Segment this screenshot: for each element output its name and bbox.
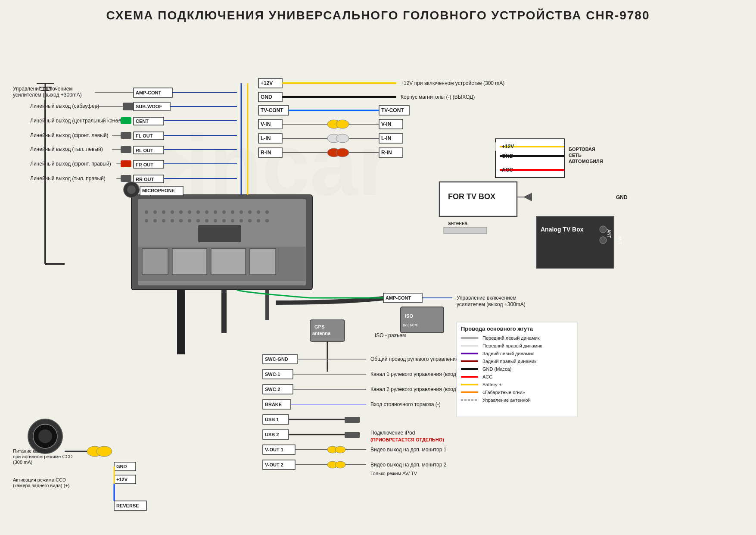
svg-point-77 [336,148,349,157]
svg-text:BRAKE: BRAKE [265,402,282,407]
svg-text:SUB-WOOF: SUB-WOOF [136,104,162,109]
svg-text:FR OUT: FR OUT [136,162,153,167]
svg-text:CENT: CENT [136,119,149,124]
svg-point-133 [240,219,243,222]
svg-text:USB 1: USB 1 [265,417,279,422]
svg-point-135 [257,219,260,222]
svg-point-134 [248,219,252,222]
svg-text:(ПРИОБРЕТАЕТСЯ ОТДЕЛЬНО): (ПРИОБРЕТАЕТСЯ ОТДЕЛЬНО) [370,437,444,442]
svg-point-61 [336,120,349,128]
svg-text:GND (Масса): GND (Масса) [482,366,511,372]
svg-text:Управление включением: Управление включением [457,295,516,301]
svg-rect-97 [444,227,487,234]
wiring-diagram: Управление включением усилителем (выход … [9,27,747,535]
svg-text:FL OUT: FL OUT [136,133,153,138]
svg-point-124 [162,219,165,222]
svg-point-108 [153,210,157,214]
svg-text:GND: GND [502,153,513,159]
svg-text:Задний правый динамик: Задний правый динамик [482,359,536,364]
svg-text:Канал 1 рулевого управления (в: Канал 1 рулевого управления (вход) [370,371,458,377]
svg-text:R-IN: R-IN [261,150,271,156]
svg-text:Корпус магнитолы (-) (ВЫХОД): Корпус магнитолы (-) (ВЫХОД) [401,94,475,100]
svg-text:Управление антенной: Управление антенной [482,397,531,403]
svg-text:Канал 2 рулевого управления (в: Канал 2 рулевого управления (вход) [370,386,458,392]
svg-text:USB 2: USB 2 [265,432,279,437]
svg-text:REVERSE: REVERSE [116,503,139,508]
svg-text:+12V: +12V [116,477,128,482]
svg-text:(300 mA): (300 mA) [13,460,32,465]
svg-rect-152 [401,307,444,333]
svg-text:Вход стояночного тормоза (-): Вход стояночного тормоза (-) [370,401,441,407]
svg-text:Подключение iPod: Подключение iPod [370,430,415,436]
svg-text:АВТОМОБИЛЯ: АВТОМОБИЛЯ [569,159,603,164]
svg-text:ACC: ACC [482,374,492,379]
svg-text:V-OUT 1: V-OUT 1 [265,447,283,452]
svg-text:GND: GND [116,464,127,469]
svg-text:RR OUT: RR OUT [136,177,154,182]
svg-point-119 [248,210,252,214]
svg-text:Общий провод рулевого управлен: Общий провод рулевого управления (-) [370,356,465,362]
svg-point-193 [335,461,345,468]
svg-point-110 [171,210,174,214]
page: СХЕМА ПОДКЛЮЧЕНИЯ УНИВЕРСАЛЬНОГО ГОЛОВНО… [0,0,756,535]
svg-text:Задний левый динамик: Задний левый динамик [482,351,534,356]
svg-text:+12V: +12V [261,80,273,86]
svg-text:SWC-1: SWC-1 [265,372,280,377]
svg-rect-139 [142,249,168,275]
svg-text:БОРТОВАЯ: БОРТОВАЯ [569,147,595,152]
svg-text:MICROPHONE: MICROPHONE [142,188,175,193]
svg-text:Analog TV Box: Analog TV Box [541,226,584,233]
svg-rect-34 [121,160,131,167]
svg-text:Провода основного жгута: Провода основного жгута [461,325,533,332]
svg-text:V-IN: V-IN [261,121,271,127]
svg-point-204 [38,429,52,443]
svg-rect-175 [345,417,360,423]
svg-text:Линейный выход (фронт. правый): Линейный выход (фронт. правый) [30,161,111,167]
svg-text:Линейный выход (центральный ка: Линейный выход (центральный канал) [30,118,123,124]
svg-text:Линейный выход (фронт. левый): Линейный выход (фронт. левый) [30,132,109,138]
svg-point-122 [145,219,148,222]
svg-text:усилителем (выход +300mA): усилителем (выход +300mA) [457,301,526,307]
svg-text:antenna: antenna [312,331,331,336]
svg-text:R-IN: R-IN [381,150,392,156]
svg-point-132 [231,219,234,222]
svg-text:разъем: разъем [403,322,417,327]
svg-point-103 [600,237,607,244]
svg-point-186 [335,446,345,453]
svg-text:ISO - разъем: ISO - разъем [375,332,406,338]
svg-point-136 [265,219,269,222]
svg-text:Активация режима CCD: Активация режима CCD [13,477,66,482]
svg-text:Видео выход на доп. монитор 1: Видео выход на доп. монитор 1 [370,447,447,453]
svg-text:Передний правый динамик: Передний правый динамик [482,343,542,348]
svg-point-114 [205,210,208,214]
svg-text:AMP-CONT: AMP-CONT [386,295,411,300]
svg-point-102 [600,226,607,233]
svg-text:SWC-2: SWC-2 [265,387,280,392]
svg-rect-22 [121,132,131,139]
svg-point-115 [214,210,217,214]
svg-text:ACC: ACC [502,167,513,173]
svg-text:ISO: ISO [405,313,413,319]
svg-text:GND: GND [616,194,628,200]
svg-text:Линейный выход (сабвуфер): Линейный выход (сабвуфер) [30,103,99,109]
svg-point-131 [222,219,226,222]
svg-point-120 [257,210,260,214]
svg-text:Линейный выход (тыл. правый): Линейный выход (тыл. правый) [30,175,106,181]
svg-rect-40 [121,175,131,182]
svg-rect-141 [211,249,246,275]
svg-text:усилителем (выход +300mA): усилителем (выход +300mA) [13,92,82,98]
svg-point-129 [205,219,208,222]
svg-text:+12V: +12V [502,144,514,150]
svg-rect-142 [250,249,276,275]
svg-text:при активном режиме CCD: при активном режиме CCD [13,454,72,459]
svg-text:RL OUT: RL OUT [136,148,153,153]
page-title: СХЕМА ПОДКЛЮЧЕНИЯ УНИВЕРСАЛЬНОГО ГОЛОВНО… [9,9,747,22]
svg-text:TV-CONT: TV-CONT [381,107,404,113]
svg-text:+12V при включенном устройстве: +12V при включенном устройстве (300 mA) [401,80,504,86]
svg-rect-137 [198,225,241,242]
svg-point-109 [162,210,165,214]
svg-point-127 [188,219,191,222]
svg-point-118 [240,210,243,214]
svg-point-128 [196,219,200,222]
svg-rect-179 [345,432,360,438]
